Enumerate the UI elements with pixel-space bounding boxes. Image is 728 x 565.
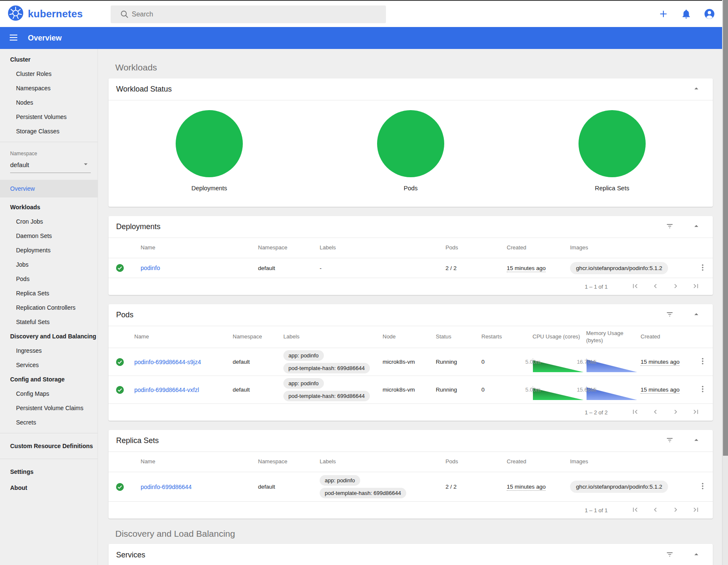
sidebar-item-namespaces[interactable]: Namespaces — [0, 81, 98, 95]
sidebar-item-about[interactable]: About — [0, 480, 98, 495]
table-row: podinfo-699d86644-s9jz4 default app: pod… — [109, 348, 713, 376]
filter-button[interactable] — [666, 222, 674, 232]
collapse-button[interactable] — [692, 435, 701, 446]
sidebar-item-settings[interactable]: Settings — [0, 462, 98, 480]
prev-page-button[interactable] — [651, 282, 660, 292]
sidebar-item-replication-controllers[interactable]: Replication Controllers — [0, 300, 98, 315]
sidebar-item-cron-jobs[interactable]: Cron Jobs — [0, 214, 98, 229]
deployments-chart: Deployments — [109, 100, 310, 207]
deployments-chart-label: Deployments — [191, 185, 227, 192]
row-menu-button[interactable] — [693, 385, 713, 395]
next-page-button[interactable] — [671, 408, 680, 417]
sidebar-item-stateful-sets[interactable]: Stateful Sets — [0, 315, 98, 329]
sidebar-item-custom-resource-definitions[interactable]: Custom Resource Definitions — [0, 437, 98, 455]
workloads-section-heading: Workloads — [115, 62, 713, 73]
sidebar-item-services[interactable]: Services — [0, 358, 98, 372]
sidebar-item-pods[interactable]: Pods — [0, 272, 98, 286]
sidebar-item-storage-classes[interactable]: Storage Classes — [0, 124, 98, 138]
column-header-images: Images — [570, 244, 693, 251]
scrollbar-thumb[interactable] — [723, 0, 728, 456]
column-header-name: Name — [141, 244, 258, 251]
menu-button[interactable] — [8, 32, 19, 44]
kubernetes-brand[interactable]: kubernetes — [8, 5, 83, 23]
search-input[interactable] — [132, 11, 351, 18]
prev-page-button[interactable] — [651, 506, 660, 515]
table-row: podinfo-699d86644 default app: podinfo p… — [109, 472, 713, 502]
account-button[interactable] — [704, 8, 715, 21]
sidebar-item-config-maps[interactable]: Config Maps — [0, 387, 98, 401]
next-page-button[interactable] — [671, 282, 680, 292]
sidebar-item-cluster-roles[interactable]: Cluster Roles — [0, 67, 98, 81]
chevron-right-icon — [671, 408, 680, 417]
first-page-button[interactable] — [631, 282, 639, 292]
last-page-icon — [692, 408, 700, 417]
sidebar-item-persistent-volume-claims[interactable]: Persistent Volume Claims — [0, 401, 98, 415]
row-menu-button[interactable] — [693, 482, 713, 492]
search-bar[interactable] — [111, 5, 386, 23]
app-bar: Overview — [0, 27, 728, 49]
next-page-button[interactable] — [671, 506, 680, 515]
filter-icon — [666, 222, 674, 232]
collapse-button[interactable] — [692, 550, 701, 560]
sidebar-divider — [0, 142, 98, 142]
sidebar-item-ingresses[interactable]: Ingresses — [0, 343, 98, 358]
pods-chart: Pods — [310, 100, 511, 207]
sidebar-item-replica-sets[interactable]: Replica Sets — [0, 286, 98, 300]
pod-link[interactable]: podinfo-699d86644-vxfzl — [134, 387, 199, 393]
sidebar-item-overview[interactable]: Overview — [0, 180, 98, 197]
first-page-button[interactable] — [631, 506, 639, 515]
sidebar-item-jobs[interactable]: Jobs — [0, 257, 98, 272]
last-page-button[interactable] — [692, 282, 700, 292]
column-header-labels: Labels — [320, 458, 445, 465]
main-content: Workloads Workload Status Deployments — [98, 49, 728, 565]
namespace-value: default — [10, 161, 29, 168]
cell-created: 15 minutes ago — [507, 265, 546, 272]
sidebar-item-persistent-volumes[interactable]: Persistent Volumes — [0, 110, 98, 124]
first-page-button[interactable] — [631, 408, 639, 417]
chevron-left-icon — [651, 282, 660, 292]
sidebar-item-daemon-sets[interactable]: Daemon Sets — [0, 229, 98, 243]
create-resource-button[interactable] — [658, 8, 669, 21]
sidebar-item-deployments[interactable]: Deployments — [0, 243, 98, 257]
filter-button[interactable] — [666, 550, 674, 560]
deployments-title: Deployments — [116, 222, 666, 231]
more-vert-icon — [698, 482, 707, 492]
notifications-button[interactable] — [681, 8, 692, 21]
prev-page-button[interactable] — [651, 408, 660, 417]
cell-pods: 2 / 2 — [445, 265, 507, 271]
deployment-link[interactable]: podinfo — [141, 265, 160, 271]
last-page-button[interactable] — [692, 506, 700, 515]
cell-restarts: 0 — [481, 359, 532, 365]
pods-card-header: Pods — [109, 304, 713, 326]
column-header-labels: Labels — [320, 244, 445, 251]
replica-sets-table-header: Name Namespace Labels Pods Created Image… — [109, 452, 713, 472]
page-scrollbar[interactable] — [722, 0, 728, 565]
cell-pods: 2 / 2 — [445, 484, 507, 490]
pods-donut-chart — [377, 110, 444, 177]
pod-link[interactable]: podinfo-699d86644-s9jz4 — [134, 359, 201, 365]
row-menu-button[interactable] — [693, 263, 713, 273]
column-header-restarts: Restarts — [481, 333, 532, 340]
row-menu-button[interactable] — [693, 357, 713, 367]
services-card-header: Services — [109, 544, 713, 565]
image-chip: ghcr.io/stefanprodan/podinfo:5.1.2 — [570, 481, 668, 493]
filter-button[interactable] — [666, 436, 674, 446]
last-page-button[interactable] — [692, 408, 700, 417]
collapse-button[interactable] — [692, 84, 701, 95]
chevron-up-icon — [692, 435, 701, 446]
column-header-images: Images — [570, 458, 693, 465]
namespace-select[interactable]: default — [10, 158, 91, 173]
discovery-section-heading: Discovery and Load Balancing — [115, 529, 713, 539]
sidebar-header-workloads: Workloads — [0, 200, 98, 214]
more-vert-icon — [698, 263, 707, 273]
more-vert-icon — [698, 385, 707, 395]
cell-labels: - — [320, 265, 445, 271]
sidebar-item-nodes[interactable]: Nodes — [0, 95, 98, 110]
sidebar-item-secrets[interactable]: Secrets — [0, 415, 98, 430]
workload-status-title: Workload Status — [116, 85, 692, 94]
collapse-button[interactable] — [692, 222, 701, 232]
replica-set-link[interactable]: podinfo-699d86644 — [141, 484, 192, 490]
filter-button[interactable] — [666, 310, 674, 320]
collapse-button[interactable] — [692, 310, 701, 320]
cpu-sparkline: 5.00m — [532, 386, 533, 393]
